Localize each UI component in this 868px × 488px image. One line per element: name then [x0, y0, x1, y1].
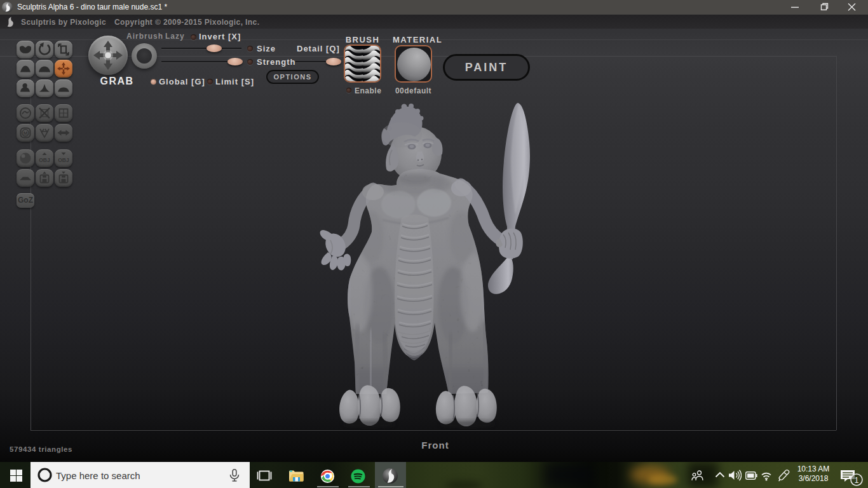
svg-text:1: 1 — [855, 476, 859, 485]
svg-text:M: M — [24, 130, 28, 136]
svg-text:OBJ: OBJ — [39, 157, 50, 163]
svg-text:OBJ: OBJ — [58, 157, 69, 163]
